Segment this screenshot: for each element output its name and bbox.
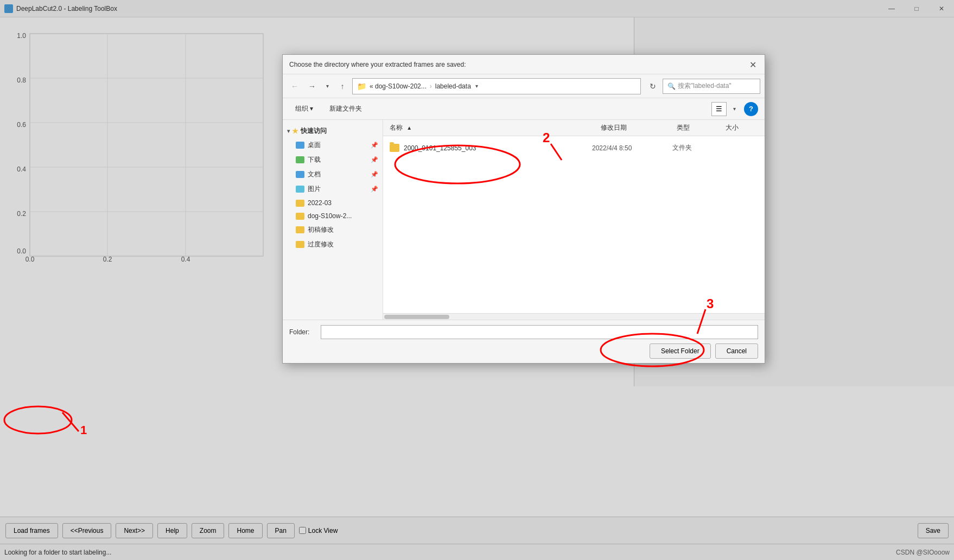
address-folder-icon: 📁: [357, 82, 366, 91]
nav-dropdown-button[interactable]: ▾: [322, 79, 333, 94]
back-button[interactable]: ←: [287, 79, 302, 94]
search-icon: 🔍: [667, 82, 676, 90]
col-date[interactable]: 修改日期: [601, 123, 677, 132]
sidebar-item-downloads[interactable]: 下载 📌: [283, 152, 383, 167]
folder-2000-icon: [390, 144, 399, 152]
address-path-2: labeled-data: [435, 82, 471, 90]
folder-row: Folder:: [289, 325, 758, 339]
documents-folder-icon: [296, 171, 304, 178]
sidebar-item-pictures[interactable]: 图片 📌: [283, 182, 383, 196]
folder-label: Folder:: [289, 328, 316, 336]
dialog-main: 名称 ▲ 修改日期 类型 大小 2000_0101_125855_003 202…: [383, 120, 765, 320]
up-button[interactable]: ↑: [335, 79, 350, 94]
folder-dog-icon: [296, 213, 304, 220]
app-window: DeepLabCut2.0 - Labeling ToolBox — □ ✕ 1…: [0, 0, 954, 560]
file-date-2000: 2022/4/4 8:50: [592, 144, 668, 152]
col-size[interactable]: 大小: [726, 123, 758, 132]
sidebar-item-dog[interactable]: dog-S10ow-2...: [283, 209, 383, 222]
sidebar-item-desktop[interactable]: 桌面 📌: [283, 138, 383, 152]
sidebar-item-downloads-label: 下载: [308, 155, 321, 164]
desktop-folder-icon: [296, 142, 304, 149]
col-type[interactable]: 类型: [677, 123, 726, 132]
dialog-nav: ← → ▾ ↑ 📁 « dog-S10ow-202... › labeled-d…: [283, 74, 765, 98]
folder-more-icon: [296, 241, 304, 248]
sidebar-pin-downloads: 📌: [371, 156, 378, 163]
address-bar[interactable]: 📁 « dog-S10ow-202... › labeled-data ▾: [352, 78, 641, 94]
scrollbar-thumb[interactable]: [384, 315, 449, 319]
sidebar-item-pictures-label: 图片: [308, 184, 321, 194]
dialog-title: Choose the directory where your extracte…: [289, 61, 466, 68]
file-list-header: 名称 ▲ 修改日期 类型 大小: [383, 120, 765, 136]
quick-access-chevron: ▾: [287, 128, 290, 134]
quick-access-header[interactable]: ▾ ★ 快速访问: [283, 124, 383, 138]
sidebar-item-desktop-label: 桌面: [308, 141, 321, 150]
view-dropdown-button[interactable]: ▾: [729, 101, 740, 117]
sidebar-item-draft[interactable]: 初稿修改: [283, 222, 383, 237]
help-icon-button[interactable]: ?: [744, 102, 758, 116]
dialog-toolbar: 组织 ▾ 新建文件夹 ☰ ▾ ?: [283, 98, 765, 120]
dialog-close-button[interactable]: ✕: [745, 57, 760, 72]
horizontal-scrollbar[interactable]: [383, 313, 765, 320]
col-name[interactable]: 名称 ▲: [390, 123, 601, 132]
dialog-overlay: Choose the directory where your extracte…: [0, 0, 954, 560]
sidebar-item-more-label: 过度修改: [308, 240, 334, 249]
button-row: Select Folder Cancel: [289, 343, 758, 359]
file-type-2000: 文件夹: [672, 143, 721, 152]
folder-2022-icon: [296, 200, 304, 207]
organize-button[interactable]: 组织 ▾: [289, 101, 319, 116]
sidebar-pin-desktop: 📌: [371, 142, 378, 149]
quick-access-label: 快速访问: [301, 126, 327, 136]
search-placeholder: 搜索"labeled-data": [678, 81, 732, 91]
sidebar-item-more[interactable]: 过度修改: [283, 237, 383, 252]
sidebar-item-documents-label: 文档: [308, 170, 321, 179]
downloads-folder-icon: [296, 156, 304, 163]
sidebar-pin-documents: 📌: [371, 171, 378, 178]
quick-access-group: ▾ ★ 快速访问 桌面 📌 下载 📌: [283, 124, 383, 252]
dialog-footer: Folder: Select Folder Cancel: [283, 320, 765, 363]
refresh-button[interactable]: ↻: [645, 79, 660, 94]
sidebar-item-draft-label: 初稿修改: [308, 225, 334, 234]
pictures-folder-icon: [296, 186, 304, 193]
sidebar-item-2022[interactable]: 2022-03: [283, 196, 383, 209]
sidebar-item-dog-label: dog-S10ow-2...: [308, 212, 352, 220]
file-name-2000: 2000_0101_125855_003: [404, 144, 588, 152]
sort-arrow-icon: ▲: [406, 125, 412, 131]
dialog-sidebar: ▾ ★ 快速访问 桌面 📌 下载 📌: [283, 120, 383, 320]
folder-input[interactable]: [321, 325, 758, 339]
sidebar-item-documents[interactable]: 文档 📌: [283, 167, 383, 182]
search-box[interactable]: 🔍 搜索"labeled-data": [663, 79, 760, 94]
forward-button[interactable]: →: [304, 79, 320, 94]
address-separator: ›: [430, 82, 432, 90]
sidebar-pin-pictures: 📌: [371, 186, 378, 193]
folder-draft-icon: [296, 226, 304, 233]
select-folder-button[interactable]: Select Folder: [650, 343, 711, 359]
dialog-title-bar: Choose the directory where your extracte…: [283, 55, 765, 74]
dialog-body: ▾ ★ 快速访问 桌面 📌 下载 📌: [283, 120, 765, 320]
new-folder-button[interactable]: 新建文件夹: [323, 101, 368, 116]
cancel-button[interactable]: Cancel: [715, 343, 758, 359]
quick-access-star-icon: ★: [292, 127, 298, 135]
file-dialog: Choose the directory where your extracte…: [282, 54, 765, 364]
file-list: 2000_0101_125855_003 2022/4/4 8:50 文件夹: [383, 136, 765, 313]
sidebar-item-2022-label: 2022-03: [308, 199, 332, 207]
view-list-button[interactable]: ☰: [711, 102, 727, 116]
file-item-2000[interactable]: 2000_0101_125855_003 2022/4/4 8:50 文件夹: [383, 141, 765, 155]
address-path-1: « dog-S10ow-202...: [370, 82, 427, 90]
address-dropdown-chevron[interactable]: ▾: [474, 82, 479, 90]
